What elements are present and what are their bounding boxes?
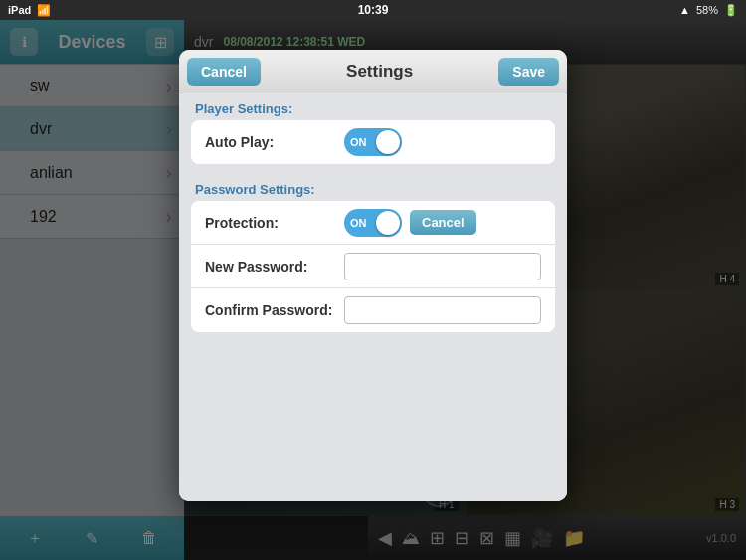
confirm-password-value: [344, 296, 541, 324]
confirm-password-input[interactable]: [344, 296, 541, 324]
auto-play-knob: [376, 130, 400, 154]
confirm-password-row: Confirm Password:: [191, 288, 555, 332]
modal-title: Settings: [346, 62, 413, 82]
protection-on-label: ON: [350, 217, 367, 229]
new-password-label: New Password:: [205, 259, 344, 275]
carrier-label: iPad: [8, 4, 31, 16]
modal-spacer: [179, 342, 567, 501]
protection-knob: [376, 211, 400, 235]
modal-overlay: Cancel Settings Save Player Settings: Au…: [0, 20, 746, 560]
new-password-value: [344, 253, 541, 280]
protection-value: ON Cancel: [344, 209, 541, 237]
status-bar-left: iPad 📶: [8, 4, 51, 17]
auto-play-label: Auto Play:: [205, 134, 344, 150]
status-bar-right: ▲ 58% 🔋: [679, 4, 738, 17]
auto-play-row: Auto Play: ON: [191, 120, 555, 164]
player-settings-section: Auto Play: ON: [191, 120, 555, 164]
wifi-icon: 📶: [37, 4, 51, 17]
status-time: 10:39: [358, 3, 389, 17]
auto-play-value: ON: [344, 128, 541, 156]
protection-label: Protection:: [205, 215, 344, 231]
auto-play-toggle[interactable]: ON: [344, 128, 402, 156]
battery-label: 58%: [696, 4, 718, 16]
new-password-row: New Password:: [191, 245, 555, 288]
modal-save-button[interactable]: Save: [498, 58, 559, 86]
protection-row: Protection: ON Cancel: [191, 201, 555, 245]
settings-modal: Cancel Settings Save Player Settings: Au…: [179, 50, 567, 501]
modal-cancel-button[interactable]: Cancel: [187, 58, 261, 86]
status-bar: iPad 📶 10:39 ▲ 58% 🔋: [0, 0, 746, 20]
confirm-password-label: Confirm Password:: [205, 302, 344, 318]
player-settings-header: Player Settings:: [179, 93, 567, 120]
new-password-input[interactable]: [344, 253, 541, 280]
modal-header: Cancel Settings Save: [179, 50, 567, 93]
modal-body: Player Settings: Auto Play: ON Password …: [179, 93, 567, 501]
password-settings-header: Password Settings:: [179, 174, 567, 201]
battery-icon: 🔋: [724, 4, 738, 17]
password-settings-section: Protection: ON Cancel New Password:: [191, 201, 555, 332]
protection-cancel-button[interactable]: Cancel: [410, 210, 476, 235]
signal-icon: ▲: [679, 4, 690, 16]
auto-play-on-label: ON: [350, 136, 367, 148]
protection-toggle[interactable]: ON: [344, 209, 402, 237]
